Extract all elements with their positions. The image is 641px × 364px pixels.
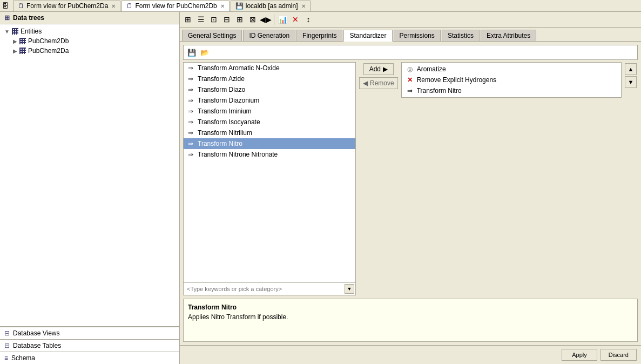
list-item-1[interactable]: ⇒ Transform Azide [184,73,355,84]
std-add-button[interactable]: Add ▶ [363,63,394,75]
right-item-label-0: Aromatize [417,65,446,73]
list-item-label-5: Transform Isocyanate [198,118,260,126]
schema-label: Schema [11,354,35,362]
tab-permissions[interactable]: Permissions [394,30,441,41]
pubchem2db-label: PubChem2Db [28,37,69,45]
title-tab-2[interactable]: 💾 localdb [as admin] ✕ [231,1,311,11]
list-item-7[interactable]: ⇒ Transform Nitro [184,138,355,149]
list-item-label-1: Transform Azide [198,75,245,83]
sidebar-footer: ⊟ Database Views ⊟ Database Tables ≡ Sch… [0,326,179,364]
toolbar-btn-sort[interactable]: ↕ [302,14,314,25]
list-item-label-0: Transform Aromatic N-Oxide [198,64,280,72]
std-move-down-button[interactable]: ▼ [625,76,637,88]
right-item-0[interactable]: ◎ Aromatize [403,64,620,75]
db-views-label: Database Views [13,329,60,337]
right-item-icon-0: ◎ [407,65,413,73]
title-tab-close-1[interactable]: ✕ [220,3,225,9]
title-tab-label-0: Form view for PubChem2Da [26,2,108,10]
sidebar: ⊞ Data trees ▼ Entities ▶ PubChem2Db ▶ P… [0,12,180,364]
sidebar-item-pubchem2db[interactable]: ▶ PubChem2Db [0,36,179,46]
tab-id-generation-label: ID Generation [249,32,289,39]
std-middle-buttons: Add ▶ ◀ Remove [359,62,398,295]
std-remove-button[interactable]: ◀ Remove [359,77,398,89]
arrow-icon-7: ⇒ [188,140,193,147]
tab-general-settings[interactable]: General Settings [182,30,242,41]
data-trees-icon: ⊞ [4,14,10,22]
arrow-icon-3: ⇒ [188,97,193,104]
list-item-3[interactable]: ⇒ Transform Diazonium [184,95,355,106]
list-item-5[interactable]: ⇒ Transform Isocyanate [184,117,355,127]
toolbar-btn-chart[interactable]: 📊 [276,14,288,25]
sidebar-tree: ▼ Entities ▶ PubChem2Db ▶ PubChem2Da [0,24,179,326]
apply-button[interactable]: Apply [562,349,597,361]
tab-extra-attributes[interactable]: Extra Attributes [481,30,536,41]
right-item-1[interactable]: ✕ Remove Explicit Hydrogens [403,75,620,85]
tab-statistics[interactable]: Statistics [442,30,480,41]
sidebar-item-entities[interactable]: ▼ Entities [0,26,179,36]
std-toolbar: 💾 📂 [183,45,638,60]
list-item-label-2: Transform Diazo [198,86,245,93]
tab-fingerprints[interactable]: Fingerprints [296,30,342,41]
std-left-panel: ⇒ Transform Aromatic N-Oxide ⇒ Transform… [183,62,356,295]
list-item-0[interactable]: ⇒ Transform Aromatic N-Oxide [184,63,355,73]
list-item-label-3: Transform Diazonium [198,97,259,104]
toolbar-btn-remove[interactable]: ⊟ [221,14,233,25]
entities-label: Entities [21,28,42,35]
list-item-6[interactable]: ⇒ Transform Nitrilium [184,127,355,138]
toolbar-btn-delete[interactable]: ✕ [289,14,301,25]
discard-button[interactable]: Discard [600,349,637,361]
arrow-icon-2: ⇒ [188,86,193,93]
grid-icon-pubchem2db [19,38,26,44]
title-tab-close-0[interactable]: ✕ [111,3,116,9]
std-remove-arrow-icon: ◀ [363,79,368,87]
std-right-controls: ▲ ▼ [624,62,638,98]
std-right-area: ◎ Aromatize ✕ Remove Explicit Hydrogens … [401,62,638,98]
title-tab-close-2[interactable]: ✕ [301,3,306,9]
right-item-icon-1: ✕ [407,76,413,84]
app-icon: 🗄 [2,2,9,10]
title-tab-0[interactable]: 🗒 Form view for PubChem2Da ✕ [13,1,120,11]
tab-fingerprints-label: Fingerprints [302,32,336,39]
toolbar-btn-list[interactable]: ☰ [195,14,207,25]
sidebar-item-pubchem2da[interactable]: ▶ PubChem2Da [0,46,179,56]
arrow-icon-1: ⇒ [188,75,193,83]
std-btn-open[interactable]: 📂 [199,46,211,58]
list-item-4[interactable]: ⇒ Transform Iminium [184,106,355,117]
panel-area: 💾 📂 ⇒ Transform Aromatic N-Oxide ⇒ Trans… [180,42,641,345]
tab-standardizer[interactable]: Standardizer [343,30,392,42]
std-search-input[interactable] [185,285,345,293]
toolbar-btn-props[interactable]: ⊞ [234,14,246,25]
std-add-arrow-icon: ▶ [383,65,388,73]
list-item-label-8: Transform Nitrone Nitronate [198,151,278,158]
expand-icon-pubchem2db: ▶ [13,38,17,44]
std-add-label: Add [369,65,381,73]
schema-icon: ≡ [4,354,8,362]
toolbar-btn-transfer[interactable]: ◀▶ [260,14,272,25]
sidebar-header: ⊞ Data trees [0,12,179,24]
toolbar-btn-add[interactable]: ⊡ [208,14,220,25]
title-tab-label-2: localdb [as admin] [246,2,298,10]
std-right-panel: ◎ Aromatize ✕ Remove Explicit Hydrogens … [401,62,638,295]
title-tab-1[interactable]: 🗒 Form view for PubChem2Db ✕ [122,1,229,11]
db-tables-label: Database Tables [13,342,61,349]
std-search-dropdown[interactable]: ▼ [345,284,354,294]
std-search-row: ▼ [184,282,355,295]
toolbar-btn-grid[interactable]: ⊞ [182,14,194,25]
tab-extra-attributes-label: Extra Attributes [487,32,530,39]
sidebar-footer-schema[interactable]: ≡ Schema [0,352,179,364]
toolbar-btn-edit[interactable]: ⊠ [247,14,259,25]
tab-id-generation[interactable]: ID Generation [243,30,295,41]
sidebar-footer-db-tables[interactable]: ⊟ Database Tables [0,339,179,352]
list-item-2[interactable]: ⇒ Transform Diazo [184,84,355,95]
list-item-8[interactable]: ⇒ Transform Nitrone Nitronate [184,149,355,160]
std-btn-save[interactable]: 💾 [186,46,198,58]
std-move-up-button[interactable]: ▲ [625,63,637,75]
right-item-icon-2: ⇒ [407,87,413,95]
right-item-2[interactable]: ⇒ Transform Nitro [403,85,620,96]
sidebar-title: Data trees [13,14,44,22]
tab-icon-0: 🗒 [18,2,24,10]
title-tab-label-1: Form view for PubChem2Db [135,2,217,10]
std-main: ⇒ Transform Aromatic N-Oxide ⇒ Transform… [183,62,638,295]
sidebar-footer-db-views[interactable]: ⊟ Database Views [0,327,179,339]
description-title: Transform Nitro [188,304,633,311]
